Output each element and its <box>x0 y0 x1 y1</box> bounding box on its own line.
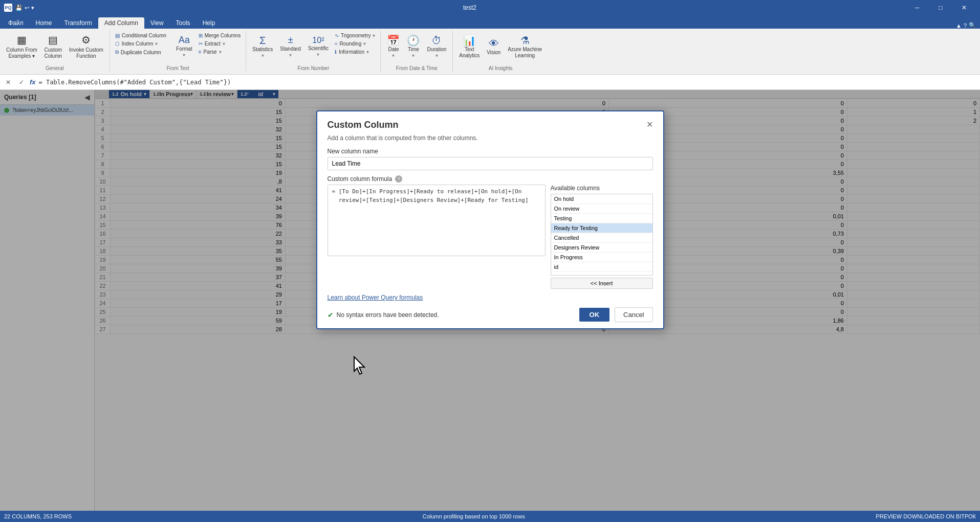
tab-view[interactable]: View <box>144 17 170 29</box>
column-name-label: New column name <box>328 148 653 155</box>
ribbon-search-icon[interactable]: 🔍 <box>969 22 976 29</box>
format-btn[interactable]: Aa Format ▾ <box>173 32 195 61</box>
tab-tools[interactable]: Tools <box>170 17 197 29</box>
status-preview: PREVIEW DOWNLOADED ON ВIТРОК <box>876 513 976 519</box>
learn-link[interactable]: Learn about Power Query formulas <box>328 294 423 301</box>
trig-icon: ∿ <box>335 33 339 38</box>
statistics-btn[interactable]: Σ Statistics ▾ <box>249 32 276 61</box>
col-item-id[interactable]: id <box>551 262 652 272</box>
from-datetime-buttons: 📅 Date ▾ 🕐 Time ▾ ⏱ Duration ▾ <box>384 32 449 64</box>
status-bar: 22 COLUMNS, 253 ROWS Column profiling ba… <box>0 511 980 522</box>
merge-icon: ⊞ <box>199 33 203 38</box>
modal-title: Custom Column <box>328 120 399 130</box>
conditional-column-btn[interactable]: ▤ Conditional Column <box>113 32 168 39</box>
information-btn[interactable]: ℹ Information ▾ <box>333 48 378 56</box>
ribbon-help-icon[interactable]: ? <box>964 22 967 29</box>
from-text-col1: ▤ Conditional Column ⬡ Index Column ▾ ⧉ … <box>113 32 168 56</box>
modal-header: Custom Column ✕ <box>317 111 663 134</box>
ribbon: ▦ Column From Examples ▾ ▤ Custom Column… <box>0 29 980 75</box>
available-columns-label: Available columns <box>551 185 653 192</box>
window-title: test2 <box>34 4 905 11</box>
fx-label: fx <box>30 78 36 86</box>
modal-columns-area: Available columns On hold On review Test… <box>328 185 653 289</box>
tab-home[interactable]: Home <box>30 17 58 29</box>
ribbon-collapse-btn[interactable]: ▲ <box>956 22 962 29</box>
from-text-buttons: ▤ Conditional Column ⬡ Index Column ▾ ⧉ … <box>113 32 243 64</box>
ribbon-group-ai: 📊 Text Analytics 👁 Vision ⚗ Azure Machin… <box>453 31 548 72</box>
modal-overlay: Custom Column ✕ Add a column that is com… <box>0 90 980 511</box>
text-analytics-icon: 📊 <box>463 34 476 47</box>
ai-label: AI Insights <box>456 64 545 71</box>
status-profiling: Column profiling based on top 1000 rows <box>423 513 525 519</box>
ok-btn[interactable]: OK <box>579 308 610 322</box>
undo-icon[interactable]: ↩ <box>25 5 29 11</box>
tab-add-column[interactable]: Add Column <box>98 17 144 29</box>
text-analytics-btn[interactable]: 📊 Text Analytics <box>456 32 483 61</box>
date-btn[interactable]: 📅 Date ▾ <box>384 32 403 61</box>
column-name-input[interactable] <box>328 157 653 170</box>
standard-btn[interactable]: ± Standard ▾ <box>277 32 304 61</box>
insert-btn[interactable]: << Insert <box>551 278 653 289</box>
index-column-btn[interactable]: ⬡ Index Column ▾ <box>113 40 168 48</box>
from-datetime-label: From Date & Time <box>384 64 449 71</box>
invoke-custom-func-btn[interactable]: ⚙ Invoke Custom Function <box>66 32 106 61</box>
maximize-btn[interactable]: □ <box>929 0 952 15</box>
main-area: Queries [1] ◀ ?token=eyJhbGciOiJIUzI... … <box>0 90 980 511</box>
formula-label-row: Custom column formula ? <box>328 175 653 183</box>
parse-btn[interactable]: ≡ Parse ▾ <box>197 48 243 56</box>
col-item-cancelled[interactable]: Cancelled <box>551 233 652 243</box>
cancel-btn[interactable]: Cancel <box>615 307 652 322</box>
column-from-examples-btn[interactable]: ▦ Column From Examples ▾ <box>3 32 40 61</box>
info-icon: ℹ <box>335 49 337 55</box>
save-icon[interactable]: 💾 <box>15 5 23 11</box>
col-item-ready-for-testing[interactable]: Ready for Testing <box>551 223 652 233</box>
formula-textarea[interactable] <box>328 185 546 256</box>
success-message: ✔ No syntax errors have been detected. <box>328 311 439 319</box>
azure-ml-icon: ⚗ <box>520 34 530 47</box>
col-item-in-progress[interactable]: In Progress <box>551 253 652 262</box>
tab-help[interactable]: Help <box>197 17 222 29</box>
scientific-icon: 10² <box>312 35 324 45</box>
cond-col-icon: ▤ <box>115 33 120 38</box>
modal-close-btn[interactable]: ✕ <box>646 120 653 129</box>
azure-ml-btn[interactable]: ⚗ Azure Machine Learning <box>505 32 545 61</box>
minimize-btn[interactable]: ─ <box>905 0 929 15</box>
dup-col-icon: ⧉ <box>115 49 119 55</box>
time-icon: 🕐 <box>407 34 420 47</box>
rounding-icon: ≈ <box>335 41 338 47</box>
col-item-on-hold[interactable]: On hold <box>551 194 652 204</box>
custom-column-btn[interactable]: ▤ Custom Column <box>41 32 65 61</box>
scientific-btn[interactable]: 10² Scientific ▾ <box>305 32 332 61</box>
close-btn[interactable]: ✕ <box>952 0 976 15</box>
rounding-btn[interactable]: ≈ Rounding ▾ <box>333 40 378 48</box>
time-btn[interactable]: 🕐 Time ▾ <box>404 32 423 61</box>
formula-cancel-icon[interactable]: ✕ <box>3 77 13 87</box>
col-item-testing[interactable]: Testing <box>551 214 652 223</box>
columns-list[interactable]: On hold On review Testing Ready for Test… <box>551 194 653 276</box>
title-bar: PQ 💾 ↩ ▾ test2 ─ □ ✕ <box>0 0 980 15</box>
formula-input[interactable] <box>39 79 977 86</box>
general-label: General <box>3 64 106 71</box>
ribbon-group-from-number: Σ Statistics ▾ ± Standard ▾ 10² Scientif… <box>246 31 381 72</box>
window-controls: ─ □ ✕ <box>905 0 976 15</box>
ribbon-group-from-datetime: 📅 Date ▾ 🕐 Time ▾ ⏱ Duration ▾ From Date… <box>381 31 453 72</box>
col-item-designers-review[interactable]: Designers Review <box>551 243 652 253</box>
formula-help-icon[interactable]: ? <box>395 175 402 183</box>
merge-columns-btn[interactable]: ⊞ Merge Columns <box>197 32 243 39</box>
tab-transform[interactable]: Transform <box>58 17 98 29</box>
trigonometry-btn[interactable]: ∿ Trigonometry ▾ <box>333 32 378 39</box>
ribbon-group-from-text: ▤ Conditional Column ⬡ Index Column ▾ ⧉ … <box>110 31 247 72</box>
tab-file[interactable]: Файл <box>2 17 30 29</box>
duration-icon: ⏱ <box>431 34 442 47</box>
duration-btn[interactable]: ⏱ Duration ▾ <box>424 32 449 61</box>
duplicate-column-btn[interactable]: ⧉ Duplicate Column <box>113 48 168 56</box>
formula-accept-icon[interactable]: ✓ <box>16 77 27 87</box>
extract-btn[interactable]: ✂ Extract ▾ <box>197 40 243 48</box>
from-text-label: From Text <box>113 64 243 71</box>
from-number-label: From Number <box>249 64 377 71</box>
col-item-on-review[interactable]: On review <box>551 204 652 214</box>
custom-col-icon: ▤ <box>48 34 58 46</box>
format-icon: Aa <box>179 35 190 46</box>
app-icon: PQ <box>4 4 12 12</box>
vision-btn[interactable]: 👁 Vision <box>484 32 504 61</box>
